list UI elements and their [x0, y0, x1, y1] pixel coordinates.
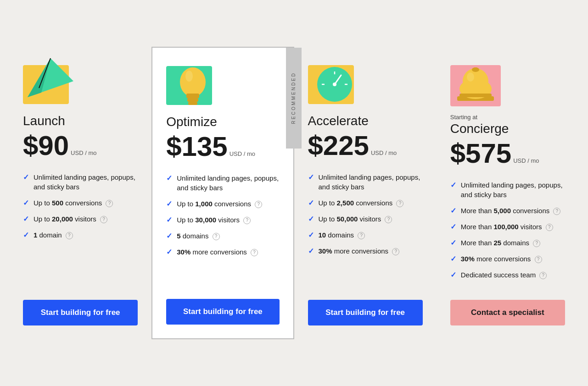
- optimize-icon: [166, 57, 221, 107]
- feature-text: Up to 2,500 conversions ?: [319, 198, 404, 208]
- svg-rect-25: [459, 94, 492, 97]
- feature-item: ✓ 1 domain ?: [23, 230, 138, 240]
- check-icon: ✓: [23, 173, 29, 182]
- recommended-badge: RECOMMENDED: [286, 48, 302, 149]
- svg-point-17: [333, 83, 336, 86]
- help-icon: ?: [385, 216, 392, 223]
- help-icon: ?: [396, 200, 403, 207]
- help-icon: ?: [392, 248, 399, 255]
- check-icon: ✓: [166, 232, 172, 240]
- help-icon: ?: [66, 232, 73, 239]
- feature-item: ✓ Up to 1,000 conversions ?: [166, 199, 279, 209]
- concierge-cta-button[interactable]: Contact a specialist: [450, 300, 565, 325]
- feature-item: ✓ Up to 500 conversions ?: [23, 198, 138, 208]
- help-icon: ?: [106, 200, 113, 207]
- feature-item: ✓ Up to 30,000 visitors ?: [166, 215, 279, 225]
- price-row-accelerate: $225 USD / mo: [308, 132, 423, 160]
- plan-concierge: Starting at Concierge $575 USD / mo ✓ Un…: [437, 47, 579, 339]
- check-icon: ✓: [450, 181, 456, 189]
- check-icon: ✓: [308, 215, 314, 223]
- svg-point-21: [463, 68, 488, 94]
- help-icon: ?: [358, 232, 365, 239]
- check-icon: ✓: [308, 199, 314, 207]
- svg-point-22: [467, 72, 474, 82]
- price-unit-optimize: USD / mo: [230, 151, 255, 157]
- feature-item: ✓ More than 5,000 conversions ?: [450, 206, 565, 215]
- help-icon: ?: [539, 272, 547, 279]
- help-icon: ?: [255, 201, 262, 208]
- plan-name-concierge: Concierge: [450, 121, 565, 136]
- price-amount-optimize: $135: [166, 133, 227, 160]
- help-icon: ?: [100, 216, 107, 223]
- feature-text: Unlimited landing pages, popups, and sti…: [319, 172, 423, 192]
- check-icon: ✓: [23, 199, 29, 207]
- feature-text: Dedicated success team ?: [461, 270, 547, 280]
- feature-item: ✓ Unlimited landing pages, popups, and s…: [166, 173, 279, 193]
- check-icon: ✓: [450, 254, 456, 263]
- feature-text: More than 25 domains ?: [461, 238, 540, 248]
- feature-text: Up to 500 conversions ?: [34, 198, 113, 208]
- feature-text: Unlimited landing pages, popups, and sti…: [34, 172, 138, 192]
- svg-rect-24: [474, 67, 477, 71]
- svg-point-9: [185, 71, 193, 82]
- feature-text: Unlimited landing pages, popups, and sti…: [177, 173, 279, 193]
- check-icon: ✓: [308, 247, 314, 255]
- launch-icon: [23, 56, 78, 106]
- plan-name-accelerate: Accelerate: [308, 114, 423, 128]
- feature-text: Unlimited landing pages, popups, and sti…: [461, 180, 565, 199]
- feature-item: ✓ Unlimited landing pages, popups, and s…: [308, 172, 423, 192]
- check-icon: ✓: [166, 174, 172, 182]
- feature-text: More than 100,000 visitors ?: [461, 222, 553, 232]
- check-icon: ✓: [308, 173, 314, 182]
- features-list-accelerate: ✓ Unlimited landing pages, popups, and s…: [308, 172, 423, 286]
- check-icon: ✓: [166, 215, 172, 224]
- feature-item: ✓ 10 domains ?: [308, 230, 423, 240]
- price-unit-accelerate: USD / mo: [371, 150, 397, 156]
- price-row-launch: $90 USD / mo: [23, 132, 138, 160]
- feature-text: 30% more conversions ?: [177, 247, 258, 257]
- accelerate-icon: [308, 56, 363, 106]
- feature-item: ✓ More than 25 domains ?: [450, 238, 565, 248]
- feature-item: ✓ 30% more conversions ?: [308, 246, 423, 256]
- check-icon: ✓: [450, 206, 456, 215]
- help-icon: ?: [213, 233, 220, 240]
- feature-text: More than 5,000 conversions ?: [461, 206, 561, 215]
- accelerate-cta-button[interactable]: Start building for free: [308, 300, 423, 325]
- launch-cta-button[interactable]: Start building for free: [23, 300, 138, 325]
- plan-accelerate: Accelerate $225 USD / mo ✓ Unlimited lan…: [294, 47, 437, 339]
- check-icon: ✓: [23, 215, 29, 223]
- help-icon: ?: [535, 256, 542, 263]
- help-icon: ?: [553, 208, 560, 215]
- feature-text: 30% more conversions ?: [461, 254, 542, 264]
- price-unit-launch: USD / mo: [71, 150, 96, 156]
- feature-item: ✓ Dedicated success team ?: [450, 270, 565, 280]
- price-amount-concierge: $575: [450, 140, 511, 167]
- plan-name-optimize: Optimize: [166, 115, 279, 129]
- price-amount-launch: $90: [23, 132, 69, 160]
- svg-rect-6: [186, 94, 199, 98]
- feature-item: ✓ 30% more conversions ?: [450, 254, 565, 264]
- features-list-concierge: ✓ Unlimited landing pages, popups, and s…: [450, 180, 565, 286]
- price-amount-accelerate: $225: [308, 132, 369, 160]
- check-icon: ✓: [450, 222, 456, 231]
- svg-point-5: [180, 67, 206, 97]
- feature-item: ✓ Unlimited landing pages, popups, and s…: [23, 172, 138, 192]
- check-icon: ✓: [450, 238, 456, 247]
- plan-optimize: RECOMMENDED Optimize $135 USD / mo: [151, 47, 294, 339]
- check-icon: ✓: [308, 231, 314, 239]
- check-icon: ✓: [166, 248, 172, 256]
- help-icon: ?: [243, 217, 251, 224]
- check-icon: ✓: [23, 231, 29, 239]
- plan-name-launch: Launch: [23, 114, 138, 128]
- price-row-optimize: $135 USD / mo: [166, 133, 279, 160]
- price-row-concierge: $575 USD / mo: [450, 140, 565, 167]
- feature-item: ✓ More than 100,000 visitors ?: [450, 222, 565, 232]
- optimize-cta-button[interactable]: Start building for free: [166, 299, 279, 325]
- feature-text: 1 domain ?: [34, 230, 73, 240]
- feature-item: ✓ 30% more conversions ?: [166, 247, 279, 257]
- feature-item: ✓ Up to 20,000 visitors ?: [23, 214, 138, 224]
- feature-item: ✓ Up to 50,000 visitors ?: [308, 214, 423, 224]
- features-list-launch: ✓ Unlimited landing pages, popups, and s…: [23, 172, 138, 286]
- feature-text: Up to 50,000 visitors ?: [319, 214, 392, 224]
- help-icon: ?: [546, 224, 553, 231]
